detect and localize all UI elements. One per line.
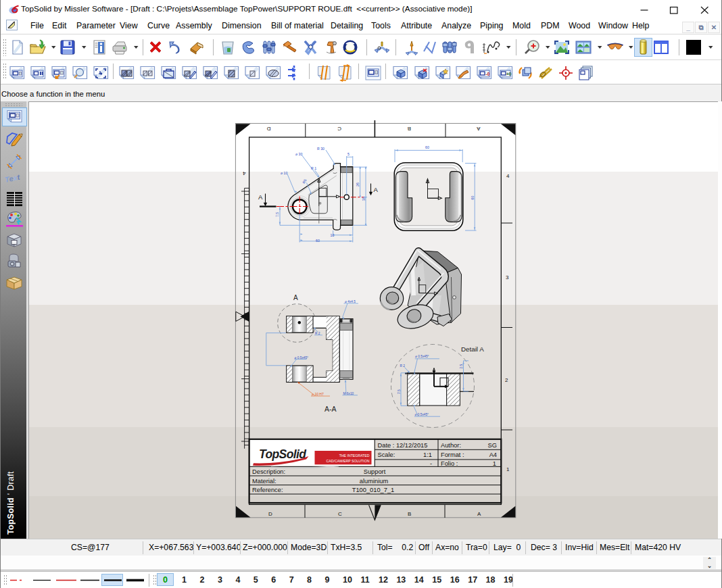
svg-text:4: 4 [506,173,510,179]
svg-text:35: 35 [362,197,366,201]
svg-text:7.5: 7.5 [275,212,279,217]
svg-text:60: 60 [425,145,429,149]
svg-text:Reference:: Reference: [252,487,283,493]
svg-text:Material:: Material: [252,478,276,485]
svg-text:CAD/CAM/ERP SOLUTION: CAD/CAM/ERP SOLUTION [327,459,370,463]
svg-text:Author:: Author: [441,442,461,449]
svg-text:A-A: A-A [324,405,337,413]
svg-text:5: 5 [347,152,350,156]
svg-text:-: - [430,460,432,467]
svg-text:A: A [293,294,298,301]
svg-text:R 2: R 2 [315,332,320,335]
svg-text:R 1: R 1 [311,166,316,170]
svg-text:D: D [268,511,272,517]
svg-text:Support: Support [364,468,386,475]
svg-text:SG: SG [488,442,497,449]
svg-text:R 2: R 2 [400,364,406,368]
svg-text:⌀ 30: ⌀ 30 [295,152,302,156]
svg-text:M 6x10: M 6x10 [343,392,354,395]
svg-text:R 30: R 30 [317,147,324,151]
svg-text:aluminium: aluminium [360,478,389,485]
svg-text:B: B [408,126,411,132]
svg-text:7.5: 7.5 [398,389,401,394]
svg-text:26: 26 [356,182,360,187]
svg-text:⌀ 0.5x45°: ⌀ 0.5x45° [415,355,429,358]
svg-text:60: 60 [471,196,475,200]
svg-text:Detail A: Detail A [461,345,484,353]
svg-text:A4: A4 [489,451,497,458]
svg-text:2.5: 2.5 [460,364,463,368]
svg-text:D: D [267,126,271,132]
svg-text:THE INTEGRATED: THE INTEGRATED [339,454,370,458]
svg-text:1: 1 [493,460,496,467]
svg-text:B: B [408,511,411,517]
svg-text:⌀ 4x4.5: ⌀ 4x4.5 [345,300,356,303]
svg-text:A: A [477,126,481,132]
svg-text:-0: -0 [485,72,489,76]
svg-text:T100_010_7_1: T100_010_7_1 [352,487,395,493]
svg-text:4: 4 [243,170,246,176]
svg-text:⌀ 0.5x45°: ⌀ 0.5x45° [295,356,309,360]
svg-text:A: A [258,193,263,201]
svg-text:Date : 12/12/2015: Date : 12/12/2015 [378,442,428,449]
svg-text:Description:: Description: [252,468,285,475]
svg-text:Scale:: Scale: [378,451,395,458]
svg-text:Folio :: Folio : [441,460,458,467]
svg-text:C: C [337,126,341,132]
svg-text:A: A [374,186,379,193]
svg-text:1:1: 1:1 [423,451,432,458]
svg-text:3: 3 [506,274,509,280]
svg-text:+0: +0 [506,72,512,76]
svg-text:2: 2 [505,377,508,383]
svg-text:⌀ 10: ⌀ 10 [281,171,287,175]
svg-text:1: 1 [506,466,510,472]
svg-text:R5: R5 [302,178,307,185]
svg-text:TopSolid: TopSolid [259,447,306,461]
svg-text:10: 10 [331,233,335,237]
svg-text:A: A [477,511,481,517]
svg-text:60: 60 [316,239,320,243]
svg-text:⌀ 10 H7: ⌀ 10 H7 [312,392,324,396]
svg-text:Text: Text [4,172,21,184]
svg-text:⌀ 0.5x45°: ⌀ 0.5x45° [415,413,429,416]
svg-text:Format :: Format : [441,451,464,458]
svg-text:C: C [338,511,342,517]
